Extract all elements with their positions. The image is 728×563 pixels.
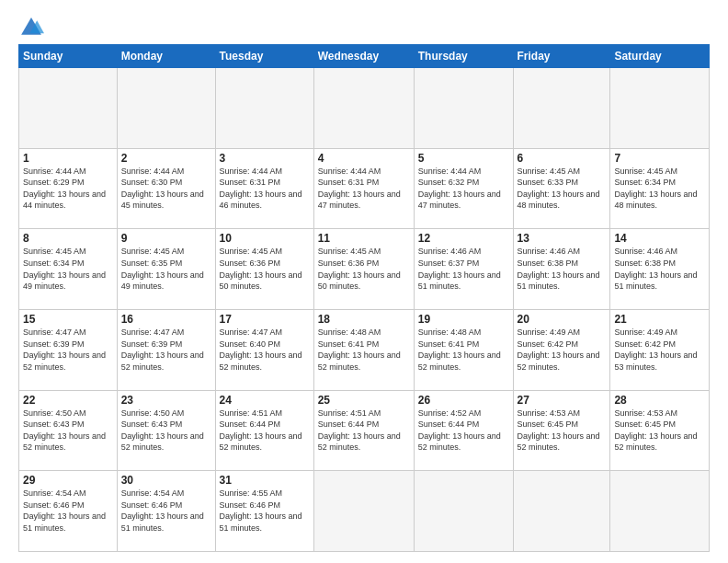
day-cell [513, 471, 610, 552]
day-cell [313, 471, 414, 552]
day-cell: 10 Sunrise: 4:45 AMSunset: 6:36 PMDaylig… [215, 229, 313, 310]
week-row-2: 1 Sunrise: 4:44 AMSunset: 6:29 PMDayligh… [19, 148, 710, 229]
week-row-5: 22 Sunrise: 4:50 AMSunset: 6:43 PMDaylig… [19, 390, 710, 471]
day-cell: 24 Sunrise: 4:51 AMSunset: 6:44 PMDaylig… [215, 390, 313, 471]
day-info: Sunrise: 4:44 AMSunset: 6:29 PMDaylight:… [23, 166, 113, 212]
logo-icon [18, 15, 44, 40]
day-cell: 9 Sunrise: 4:45 AMSunset: 6:35 PMDayligh… [117, 229, 215, 310]
col-header-saturday: Saturday [610, 45, 710, 68]
day-number: 31 [220, 474, 310, 487]
day-cell: 30 Sunrise: 4:54 AMSunset: 6:46 PMDaylig… [117, 471, 215, 552]
day-number: 6 [518, 152, 607, 165]
day-number: 27 [518, 394, 607, 407]
day-cell: 23 Sunrise: 4:50 AMSunset: 6:43 PMDaylig… [117, 390, 215, 471]
day-cell: 13 Sunrise: 4:46 AMSunset: 6:38 PMDaylig… [513, 229, 610, 310]
day-number: 10 [220, 232, 310, 245]
week-row-4: 15 Sunrise: 4:47 AMSunset: 6:39 PMDaylig… [19, 309, 710, 390]
day-cell: 12 Sunrise: 4:46 AMSunset: 6:37 PMDaylig… [414, 229, 513, 310]
day-cell [19, 68, 118, 149]
day-info: Sunrise: 4:46 AMSunset: 6:38 PMDaylight:… [614, 246, 705, 292]
day-cell: 15 Sunrise: 4:47 AMSunset: 6:39 PMDaylig… [19, 309, 118, 390]
day-cell: 29 Sunrise: 4:54 AMSunset: 6:46 PMDaylig… [19, 471, 118, 552]
day-cell: 1 Sunrise: 4:44 AMSunset: 6:29 PMDayligh… [19, 148, 118, 229]
day-number: 22 [23, 394, 113, 407]
day-info: Sunrise: 4:45 AMSunset: 6:35 PMDaylight:… [121, 246, 211, 292]
day-cell [414, 471, 513, 552]
day-number: 26 [418, 394, 509, 407]
day-cell: 14 Sunrise: 4:46 AMSunset: 6:38 PMDaylig… [610, 229, 710, 310]
day-info: Sunrise: 4:44 AMSunset: 6:32 PMDaylight:… [418, 166, 509, 212]
day-info: Sunrise: 4:44 AMSunset: 6:31 PMDaylight:… [318, 166, 410, 212]
day-cell: 16 Sunrise: 4:47 AMSunset: 6:39 PMDaylig… [117, 309, 215, 390]
day-info: Sunrise: 4:46 AMSunset: 6:38 PMDaylight:… [518, 246, 607, 292]
week-row-6: 29 Sunrise: 4:54 AMSunset: 6:46 PMDaylig… [19, 471, 710, 552]
day-cell: 31 Sunrise: 4:55 AMSunset: 6:46 PMDaylig… [215, 471, 313, 552]
calendar-table: SundayMondayTuesdayWednesdayThursdayFrid… [18, 44, 710, 552]
day-cell [513, 68, 610, 149]
day-cell: 26 Sunrise: 4:52 AMSunset: 6:44 PMDaylig… [414, 390, 513, 471]
day-number: 25 [318, 394, 410, 407]
week-row-3: 8 Sunrise: 4:45 AMSunset: 6:34 PMDayligh… [19, 229, 710, 310]
day-number: 12 [418, 232, 509, 245]
day-info: Sunrise: 4:45 AMSunset: 6:34 PMDaylight:… [614, 166, 705, 212]
day-cell: 4 Sunrise: 4:44 AMSunset: 6:31 PMDayligh… [313, 148, 414, 229]
col-header-wednesday: Wednesday [313, 45, 414, 68]
day-info: Sunrise: 4:48 AMSunset: 6:41 PMDaylight:… [418, 327, 509, 373]
day-cell: 19 Sunrise: 4:48 AMSunset: 6:41 PMDaylig… [414, 309, 513, 390]
day-cell [215, 68, 313, 149]
day-number: 13 [518, 232, 607, 245]
day-info: Sunrise: 4:52 AMSunset: 6:44 PMDaylight:… [418, 408, 509, 454]
day-info: Sunrise: 4:54 AMSunset: 6:46 PMDaylight:… [121, 488, 211, 534]
logo [18, 15, 46, 40]
day-number: 21 [614, 313, 705, 326]
day-cell: 18 Sunrise: 4:48 AMSunset: 6:41 PMDaylig… [313, 309, 414, 390]
day-number: 9 [121, 232, 211, 245]
day-cell [610, 471, 710, 552]
day-number: 16 [121, 313, 211, 326]
col-header-tuesday: Tuesday [215, 45, 313, 68]
day-number: 2 [121, 152, 211, 165]
day-cell: 27 Sunrise: 4:53 AMSunset: 6:45 PMDaylig… [513, 390, 610, 471]
day-number: 5 [418, 152, 509, 165]
day-info: Sunrise: 4:51 AMSunset: 6:44 PMDaylight:… [318, 408, 410, 454]
day-cell: 11 Sunrise: 4:45 AMSunset: 6:36 PMDaylig… [313, 229, 414, 310]
day-cell: 3 Sunrise: 4:44 AMSunset: 6:31 PMDayligh… [215, 148, 313, 229]
day-cell: 7 Sunrise: 4:45 AMSunset: 6:34 PMDayligh… [610, 148, 710, 229]
day-cell: 28 Sunrise: 4:53 AMSunset: 6:45 PMDaylig… [610, 390, 710, 471]
day-headers-row: SundayMondayTuesdayWednesdayThursdayFrid… [19, 45, 710, 68]
day-info: Sunrise: 4:45 AMSunset: 6:34 PMDaylight:… [23, 246, 113, 292]
day-number: 30 [121, 474, 211, 487]
day-number: 23 [121, 394, 211, 407]
day-cell: 17 Sunrise: 4:47 AMSunset: 6:40 PMDaylig… [215, 309, 313, 390]
day-info: Sunrise: 4:53 AMSunset: 6:45 PMDaylight:… [518, 408, 607, 454]
col-header-monday: Monday [117, 45, 215, 68]
day-number: 3 [220, 152, 310, 165]
day-info: Sunrise: 4:49 AMSunset: 6:42 PMDaylight:… [614, 327, 705, 373]
day-cell: 20 Sunrise: 4:49 AMSunset: 6:42 PMDaylig… [513, 309, 610, 390]
day-info: Sunrise: 4:44 AMSunset: 6:31 PMDaylight:… [220, 166, 310, 212]
day-info: Sunrise: 4:45 AMSunset: 6:33 PMDaylight:… [518, 166, 607, 212]
day-info: Sunrise: 4:55 AMSunset: 6:46 PMDaylight:… [220, 488, 310, 534]
day-number: 1 [23, 152, 113, 165]
day-info: Sunrise: 4:54 AMSunset: 6:46 PMDaylight:… [23, 488, 113, 534]
col-header-thursday: Thursday [414, 45, 513, 68]
day-cell [610, 68, 710, 149]
day-number: 14 [614, 232, 705, 245]
day-info: Sunrise: 4:48 AMSunset: 6:41 PMDaylight:… [318, 327, 410, 373]
week-row-1 [19, 68, 710, 149]
day-info: Sunrise: 4:51 AMSunset: 6:44 PMDaylight:… [220, 408, 310, 454]
day-info: Sunrise: 4:47 AMSunset: 6:39 PMDaylight:… [23, 327, 113, 373]
day-cell [313, 68, 414, 149]
day-number: 18 [318, 313, 410, 326]
day-info: Sunrise: 4:45 AMSunset: 6:36 PMDaylight:… [318, 246, 410, 292]
day-cell: 5 Sunrise: 4:44 AMSunset: 6:32 PMDayligh… [414, 148, 513, 229]
day-number: 7 [614, 152, 705, 165]
day-cell: 25 Sunrise: 4:51 AMSunset: 6:44 PMDaylig… [313, 390, 414, 471]
day-info: Sunrise: 4:50 AMSunset: 6:43 PMDaylight:… [121, 408, 211, 454]
day-info: Sunrise: 4:44 AMSunset: 6:30 PMDaylight:… [121, 166, 211, 212]
day-info: Sunrise: 4:47 AMSunset: 6:40 PMDaylight:… [220, 327, 310, 373]
day-cell [414, 68, 513, 149]
day-number: 8 [23, 232, 113, 245]
day-cell: 6 Sunrise: 4:45 AMSunset: 6:33 PMDayligh… [513, 148, 610, 229]
day-info: Sunrise: 4:47 AMSunset: 6:39 PMDaylight:… [121, 327, 211, 373]
